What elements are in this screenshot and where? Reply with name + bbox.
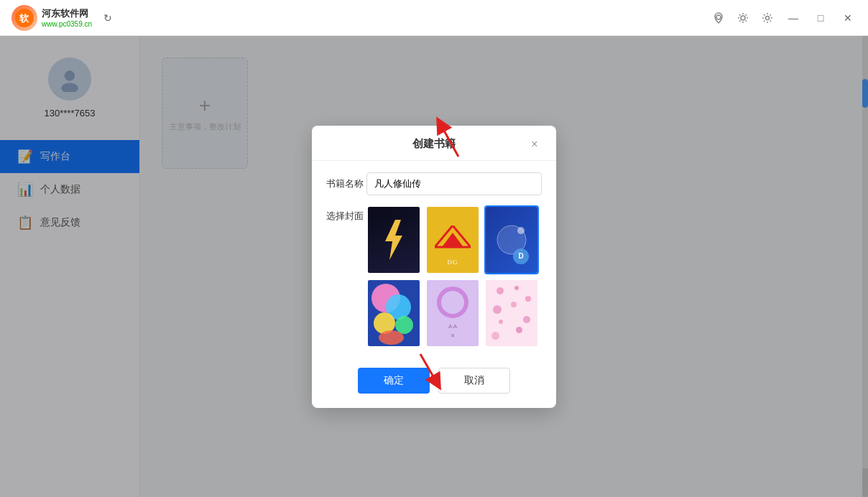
confirm-button[interactable]: 确定	[358, 368, 430, 394]
logo-url: www.pc0359.cn	[42, 20, 92, 28]
titlebar: 软 河东软件网 www.pc0359.cn ↻	[0, 0, 868, 36]
location-icon[interactable]	[711, 11, 726, 25]
svg-line-10	[746, 14, 747, 16]
cover-label: 选择封面	[326, 210, 366, 223]
titlebar-right: — □ ✕	[711, 9, 857, 27]
sun-icon[interactable]	[736, 11, 750, 25]
modal-overlay: 创建书籍 × 书籍名称 选择封面	[0, 36, 868, 497]
maximize-button[interactable]: □	[812, 9, 829, 27]
minimize-button[interactable]: —	[785, 9, 802, 27]
gear-icon[interactable]	[760, 11, 775, 25]
book-name-row: 书籍名称	[326, 172, 542, 195]
cover-row: 选择封面	[326, 205, 542, 348]
svg-point-2	[716, 15, 721, 19]
book-name-input[interactable]	[366, 172, 542, 195]
modal-body: 书籍名称 选择封面	[312, 161, 556, 359]
cover-item-1[interactable]	[366, 205, 421, 274]
logo-icon: 软	[11, 5, 37, 31]
cover-item-6[interactable]	[484, 279, 539, 348]
svg-marker-19	[385, 220, 402, 260]
book-name-label: 书籍名称	[326, 177, 366, 190]
svg-point-3	[741, 16, 745, 20]
titlebar-left: 软 河东软件网 www.pc0359.cn ↻	[11, 5, 116, 31]
svg-point-12	[766, 16, 770, 19]
modal-header: 创建书籍 ×	[312, 126, 556, 161]
cover-item-3[interactable]: D	[484, 205, 539, 274]
logo-area: 软 河东软件网 www.pc0359.cn	[11, 5, 92, 31]
svg-line-9	[746, 20, 747, 22]
modal-title: 创建书籍	[341, 137, 527, 151]
cover-item-4[interactable]	[366, 279, 421, 348]
svg-line-8	[739, 14, 741, 16]
close-button[interactable]: ✕	[839, 9, 857, 27]
cancel-button[interactable]: 取消	[438, 368, 510, 394]
modal-close-button[interactable]: ×	[527, 137, 542, 152]
svg-point-23	[517, 227, 525, 234]
svg-text:软: 软	[19, 13, 29, 24]
modal-footer: 确定 取消	[312, 359, 556, 408]
svg-line-11	[739, 20, 741, 22]
cover-item-5[interactable]: A Aa	[425, 279, 480, 348]
cover-grid: DG D	[366, 205, 539, 348]
cover-item-2[interactable]: DG	[425, 205, 480, 274]
logo-text: 河东软件网 www.pc0359.cn	[42, 7, 92, 28]
logo-name: 河东软件网	[42, 7, 92, 20]
create-book-modal: 创建书籍 × 书籍名称 选择封面	[312, 126, 556, 408]
refresh-icon[interactable]: ↻	[99, 9, 116, 27]
